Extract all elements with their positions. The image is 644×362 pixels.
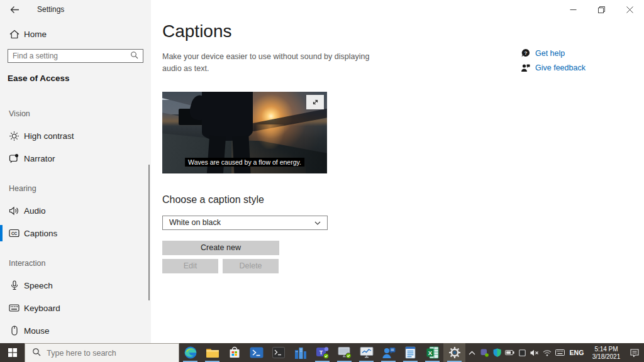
tray-time: 5:14 PM <box>587 346 625 353</box>
tray-touch-keyboard-icon[interactable] <box>553 343 566 362</box>
titlebar: Settings <box>0 0 151 19</box>
taskbar-edge-icon[interactable] <box>179 343 201 362</box>
caption-style-dropdown[interactable]: White on black <box>162 216 328 230</box>
sidebar-item-captions[interactable]: CC Captions <box>0 222 151 244</box>
svg-text:?: ? <box>524 50 527 56</box>
sidebar-item-narrator[interactable]: Narrator <box>0 147 151 170</box>
chevron-down-icon <box>314 218 321 227</box>
sidebar-item-label: Keyboard <box>24 304 60 313</box>
main-panel: Captions Make your device easier to use … <box>151 0 644 343</box>
restore-button[interactable] <box>587 0 616 19</box>
mouse-icon <box>9 326 19 336</box>
taskbar-settings-icon[interactable] <box>443 343 465 362</box>
dropdown-selected-value: White on black <box>169 218 221 227</box>
help-chat-icon: ? <box>520 48 531 58</box>
taskbar-excel-icon[interactable]: X <box>421 343 443 362</box>
sidebar-item-keyboard[interactable]: Keyboard <box>0 297 151 319</box>
settings-window: Settings Home Ease of Access Vision High… <box>0 0 644 343</box>
sidebar-scrollbar[interactable] <box>148 165 150 300</box>
category-title: Ease of Access <box>8 74 151 83</box>
caption-text: Waves are caused by a flow of energy. <box>185 158 304 167</box>
sidebar: Settings Home Ease of Access Vision High… <box>0 0 151 343</box>
search-icon <box>32 348 41 359</box>
taskbar-cmd-icon[interactable] <box>267 343 289 362</box>
get-help-link[interactable]: ? Get help <box>520 48 586 58</box>
caption-preview-video: Waves are caused by a flow of energy. <box>162 92 327 173</box>
search-input[interactable] <box>13 52 130 60</box>
edit-delete-row: Edit Delete <box>162 259 644 273</box>
sidebar-item-label: Mouse <box>24 326 50 336</box>
taskbar-apps: T X <box>179 343 465 362</box>
style-section-heading: Choose a caption style <box>162 194 644 206</box>
taskbar-powershell-icon[interactable] <box>245 343 267 362</box>
taskbar-notepad-icon[interactable] <box>399 343 421 362</box>
person-leg <box>207 136 226 173</box>
back-button[interactable] <box>10 4 20 14</box>
tray-clock[interactable]: 5:14 PM 3/18/2021 <box>587 345 625 361</box>
svg-text:T: T <box>319 349 323 356</box>
microphone-icon <box>9 280 19 290</box>
group-label-interaction: Interaction <box>9 259 151 268</box>
page-description: Make your device easier to use without s… <box>162 51 379 75</box>
tray-date: 3/18/2021 <box>587 353 625 361</box>
system-tray: ENG 5:14 PM 3/18/2021 <box>465 343 644 362</box>
svg-text:X: X <box>428 349 432 356</box>
taskbar-search-input[interactable] <box>47 349 172 358</box>
delete-button[interactable]: Delete <box>223 259 279 273</box>
group-label-vision: Vision <box>9 109 151 118</box>
taskbar-monitor-check-icon[interactable] <box>333 343 355 362</box>
app-title: Settings <box>37 5 64 14</box>
taskbar-contact-chat-icon[interactable] <box>377 343 399 362</box>
tray-teams-icon[interactable] <box>478 343 491 362</box>
sidebar-item-speech[interactable]: Speech <box>0 274 151 297</box>
action-center-icon[interactable] <box>625 343 644 362</box>
keyboard-icon <box>9 304 19 312</box>
sidebar-item-label: Speech <box>24 281 53 290</box>
taskbar-search-box[interactable] <box>25 343 179 362</box>
sidebar-item-label: Captions <box>24 229 57 238</box>
sidebar-item-home[interactable]: Home <box>0 26 151 41</box>
speaker-icon <box>9 206 19 216</box>
taskbar-buildings-icon[interactable] <box>289 343 311 362</box>
sidebar-item-label: High contrast <box>24 131 74 141</box>
sidebar-item-label: Audio <box>24 206 46 216</box>
sidebar-item-audio[interactable]: Audio <box>0 199 151 222</box>
sidebar-item-mouse[interactable]: Mouse <box>0 319 151 342</box>
help-links: ? Get help Give feedback <box>520 48 586 72</box>
give-feedback-link[interactable]: Give feedback <box>520 63 586 72</box>
close-button[interactable] <box>616 0 644 19</box>
give-feedback-label: Give feedback <box>535 63 586 72</box>
taskbar-teams-icon[interactable]: T <box>311 343 333 362</box>
tray-network-icon[interactable] <box>541 343 553 362</box>
tray-battery-icon[interactable] <box>503 343 516 362</box>
sun-icon <box>9 131 19 141</box>
tray-volume-muted-icon[interactable] <box>528 343 541 362</box>
search-icon[interactable] <box>130 50 138 62</box>
svg-text:CC: CC <box>11 231 18 236</box>
create-new-button[interactable]: Create new <box>162 241 279 255</box>
narrator-icon <box>9 153 19 163</box>
group-label-hearing: Hearing <box>9 184 151 193</box>
minimize-button[interactable] <box>559 0 587 19</box>
cc-icon: CC <box>9 229 19 238</box>
start-button[interactable] <box>0 343 25 362</box>
taskbar-file-explorer-icon[interactable] <box>201 343 223 362</box>
tray-language-indicator[interactable]: ENG <box>566 349 587 356</box>
search-box[interactable] <box>8 49 143 63</box>
sidebar-item-high-contrast[interactable]: High contrast <box>0 124 151 147</box>
taskbar: T X <box>0 343 644 362</box>
tray-defender-shield-icon[interactable] <box>491 343 503 362</box>
tray-display-icon[interactable] <box>516 343 528 362</box>
sidebar-item-label: Narrator <box>24 154 55 163</box>
fullscreen-expand-button[interactable] <box>306 95 324 109</box>
tray-chevron-up-icon[interactable] <box>465 343 478 362</box>
person-silhouette <box>202 92 253 141</box>
page-title: Captions <box>162 21 644 41</box>
taskbar-store-icon[interactable] <box>223 343 245 362</box>
get-help-label: Get help <box>535 49 565 58</box>
feedback-person-icon <box>520 63 531 72</box>
window-controls <box>559 0 644 19</box>
edit-button[interactable]: Edit <box>162 259 218 273</box>
taskbar-monitor-chart-icon[interactable] <box>355 343 377 362</box>
person-leg <box>232 136 250 173</box>
